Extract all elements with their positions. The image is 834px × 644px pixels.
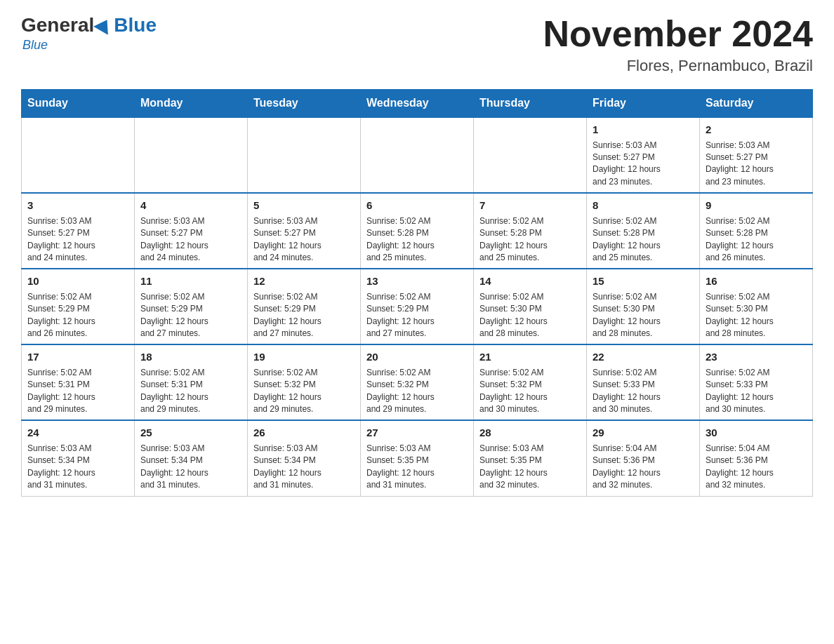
title-area: November 2024 Flores, Pernambuco, Brazil (543, 14, 813, 75)
day-info: Sunrise: 5:02 AM Sunset: 5:29 PM Dayligh… (253, 291, 355, 340)
table-row: 6Sunrise: 5:02 AM Sunset: 5:28 PM Daylig… (361, 193, 474, 269)
table-row: 21Sunrise: 5:02 AM Sunset: 5:32 PM Dayli… (474, 344, 587, 420)
col-monday: Monday (135, 90, 248, 118)
day-number: 3 (27, 198, 128, 214)
table-row: 3Sunrise: 5:03 AM Sunset: 5:27 PM Daylig… (22, 193, 135, 269)
table-row: 28Sunrise: 5:03 AM Sunset: 5:35 PM Dayli… (474, 420, 587, 496)
day-number: 1 (593, 122, 694, 138)
table-row: 15Sunrise: 5:02 AM Sunset: 5:30 PM Dayli… (587, 269, 700, 344)
day-number: 23 (706, 349, 807, 365)
day-info: Sunrise: 5:02 AM Sunset: 5:29 PM Dayligh… (366, 291, 468, 340)
day-number: 2 (706, 122, 807, 138)
day-number: 6 (366, 198, 468, 214)
day-info: Sunrise: 5:04 AM Sunset: 5:36 PM Dayligh… (593, 443, 694, 492)
calendar-header-row: Sunday Monday Tuesday Wednesday Thursday… (22, 90, 813, 118)
day-number: 20 (366, 349, 468, 365)
day-info: Sunrise: 5:03 AM Sunset: 5:27 PM Dayligh… (706, 140, 807, 189)
table-row: 27Sunrise: 5:03 AM Sunset: 5:35 PM Dayli… (361, 420, 474, 496)
table-row: 25Sunrise: 5:03 AM Sunset: 5:34 PM Dayli… (135, 420, 248, 496)
day-info: Sunrise: 5:02 AM Sunset: 5:28 PM Dayligh… (706, 215, 807, 264)
logo-area: General Blue Blue (21, 14, 157, 53)
day-info: Sunrise: 5:02 AM Sunset: 5:31 PM Dayligh… (27, 367, 128, 416)
table-row: 30Sunrise: 5:04 AM Sunset: 5:36 PM Dayli… (700, 420, 813, 496)
logo-blue-text: Blue (114, 14, 157, 36)
day-info: Sunrise: 5:03 AM Sunset: 5:35 PM Dayligh… (479, 443, 581, 492)
table-row: 4Sunrise: 5:03 AM Sunset: 5:27 PM Daylig… (135, 193, 248, 269)
calendar-subtitle: Flores, Pernambuco, Brazil (543, 57, 813, 75)
day-number: 9 (706, 198, 807, 214)
table-row: 24Sunrise: 5:03 AM Sunset: 5:34 PM Dayli… (22, 420, 135, 496)
day-number: 5 (253, 198, 355, 214)
day-info: Sunrise: 5:02 AM Sunset: 5:33 PM Dayligh… (593, 367, 694, 416)
table-row: 22Sunrise: 5:02 AM Sunset: 5:33 PM Dayli… (587, 344, 700, 420)
table-row: 29Sunrise: 5:04 AM Sunset: 5:36 PM Dayli… (587, 420, 700, 496)
header: General Blue Blue November 2024 Flores, … (21, 14, 813, 75)
col-thursday: Thursday (474, 90, 587, 118)
calendar-week-row: 3Sunrise: 5:03 AM Sunset: 5:27 PM Daylig… (22, 193, 813, 269)
col-friday: Friday (587, 90, 700, 118)
table-row (361, 117, 474, 193)
col-saturday: Saturday (700, 90, 813, 118)
day-info: Sunrise: 5:03 AM Sunset: 5:35 PM Dayligh… (366, 443, 468, 492)
table-row: 10Sunrise: 5:02 AM Sunset: 5:29 PM Dayli… (22, 269, 135, 344)
table-row (248, 117, 361, 193)
day-info: Sunrise: 5:02 AM Sunset: 5:30 PM Dayligh… (479, 291, 581, 340)
day-number: 13 (366, 274, 468, 290)
day-number: 19 (253, 349, 355, 365)
table-row: 23Sunrise: 5:02 AM Sunset: 5:33 PM Dayli… (700, 344, 813, 420)
day-number: 26 (253, 425, 355, 441)
logo-triangle-icon (93, 15, 114, 35)
table-row: 7Sunrise: 5:02 AM Sunset: 5:28 PM Daylig… (474, 193, 587, 269)
day-info: Sunrise: 5:04 AM Sunset: 5:36 PM Dayligh… (706, 443, 807, 492)
day-info: Sunrise: 5:03 AM Sunset: 5:34 PM Dayligh… (27, 443, 128, 492)
table-row: 1Sunrise: 5:03 AM Sunset: 5:27 PM Daylig… (587, 117, 700, 193)
day-number: 29 (593, 425, 694, 441)
day-info: Sunrise: 5:03 AM Sunset: 5:27 PM Dayligh… (253, 215, 355, 264)
table-row: 2Sunrise: 5:03 AM Sunset: 5:27 PM Daylig… (700, 117, 813, 193)
day-number: 27 (366, 425, 468, 441)
table-row: 12Sunrise: 5:02 AM Sunset: 5:29 PM Dayli… (248, 269, 361, 344)
day-info: Sunrise: 5:02 AM Sunset: 5:32 PM Dayligh… (366, 367, 468, 416)
table-row: 11Sunrise: 5:02 AM Sunset: 5:29 PM Dayli… (135, 269, 248, 344)
day-info: Sunrise: 5:02 AM Sunset: 5:28 PM Dayligh… (366, 215, 468, 264)
day-info: Sunrise: 5:02 AM Sunset: 5:31 PM Dayligh… (140, 367, 241, 416)
table-row: 17Sunrise: 5:02 AM Sunset: 5:31 PM Dayli… (22, 344, 135, 420)
day-info: Sunrise: 5:02 AM Sunset: 5:29 PM Dayligh… (27, 291, 128, 340)
day-info: Sunrise: 5:02 AM Sunset: 5:29 PM Dayligh… (140, 291, 241, 340)
logo-subtitle: Blue (22, 38, 48, 53)
table-row: 5Sunrise: 5:03 AM Sunset: 5:27 PM Daylig… (248, 193, 361, 269)
day-number: 25 (140, 425, 241, 441)
table-row: 20Sunrise: 5:02 AM Sunset: 5:32 PM Dayli… (361, 344, 474, 420)
day-number: 16 (706, 274, 807, 290)
table-row: 9Sunrise: 5:02 AM Sunset: 5:28 PM Daylig… (700, 193, 813, 269)
day-info: Sunrise: 5:03 AM Sunset: 5:27 PM Dayligh… (140, 215, 241, 264)
day-number: 14 (479, 274, 581, 290)
col-sunday: Sunday (22, 90, 135, 118)
table-row: 14Sunrise: 5:02 AM Sunset: 5:30 PM Dayli… (474, 269, 587, 344)
day-number: 4 (140, 198, 241, 214)
calendar-table: Sunday Monday Tuesday Wednesday Thursday… (21, 89, 813, 496)
table-row: 16Sunrise: 5:02 AM Sunset: 5:30 PM Dayli… (700, 269, 813, 344)
day-number: 8 (593, 198, 694, 214)
calendar-week-row: 10Sunrise: 5:02 AM Sunset: 5:29 PM Dayli… (22, 269, 813, 344)
day-info: Sunrise: 5:03 AM Sunset: 5:34 PM Dayligh… (140, 443, 241, 492)
day-number: 24 (27, 425, 128, 441)
calendar-week-row: 24Sunrise: 5:03 AM Sunset: 5:34 PM Dayli… (22, 420, 813, 496)
day-info: Sunrise: 5:02 AM Sunset: 5:30 PM Dayligh… (706, 291, 807, 340)
day-number: 30 (706, 425, 807, 441)
day-number: 10 (27, 274, 128, 290)
day-number: 21 (479, 349, 581, 365)
day-info: Sunrise: 5:03 AM Sunset: 5:27 PM Dayligh… (593, 140, 694, 189)
table-row (135, 117, 248, 193)
col-tuesday: Tuesday (248, 90, 361, 118)
table-row (474, 117, 587, 193)
table-row: 26Sunrise: 5:03 AM Sunset: 5:34 PM Dayli… (248, 420, 361, 496)
table-row: 8Sunrise: 5:02 AM Sunset: 5:28 PM Daylig… (587, 193, 700, 269)
day-info: Sunrise: 5:03 AM Sunset: 5:27 PM Dayligh… (27, 215, 128, 264)
day-info: Sunrise: 5:02 AM Sunset: 5:32 PM Dayligh… (479, 367, 581, 416)
day-info: Sunrise: 5:02 AM Sunset: 5:33 PM Dayligh… (706, 367, 807, 416)
calendar-title: November 2024 (543, 14, 813, 54)
table-row (22, 117, 135, 193)
day-info: Sunrise: 5:02 AM Sunset: 5:30 PM Dayligh… (593, 291, 694, 340)
day-number: 18 (140, 349, 241, 365)
